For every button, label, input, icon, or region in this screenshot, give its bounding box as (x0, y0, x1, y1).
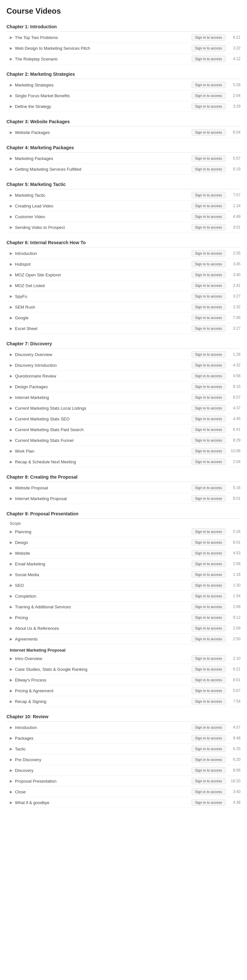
sign-in-button[interactable]: Sign in to access (192, 756, 226, 763)
play-icon: ▶ (10, 406, 12, 410)
sign-in-button[interactable]: Sign in to access (192, 550, 226, 556)
video-duration: 1:28 (229, 352, 241, 357)
sign-in-button[interactable]: Sign in to access (192, 383, 226, 390)
sign-in-button[interactable]: Sign in to access (192, 746, 226, 752)
video-title: Planning (15, 529, 192, 534)
sign-in-button[interactable]: Sign in to access (192, 614, 226, 621)
sign-in-button[interactable]: Sign in to access (192, 437, 226, 444)
sign-in-button[interactable]: Sign in to access (192, 677, 226, 683)
sign-in-button[interactable]: Sign in to access (192, 293, 226, 299)
sign-in-button[interactable]: Sign in to access (192, 560, 226, 567)
sign-in-button[interactable]: Sign in to access (192, 129, 226, 135)
video-row: ▶MOZ Open Site ExplorerSign in to access… (6, 270, 241, 280)
video-duration: 4:38 (229, 800, 241, 805)
sign-in-button[interactable]: Sign in to access (192, 458, 226, 465)
play-icon: ▶ (10, 352, 12, 357)
sign-in-button[interactable]: Sign in to access (192, 767, 226, 773)
sign-in-button[interactable]: Sign in to access (192, 687, 226, 694)
sign-in-button[interactable]: Sign in to access (192, 325, 226, 332)
play-icon: ▶ (10, 678, 12, 682)
video-duration: 3:01 (229, 225, 241, 229)
sign-in-button[interactable]: Sign in to access (192, 778, 226, 784)
sign-in-button[interactable]: Sign in to access (192, 261, 226, 267)
video-title: Google (15, 315, 192, 320)
sign-in-button[interactable]: Sign in to access (192, 735, 226, 741)
sign-in-button[interactable]: Sign in to access (192, 224, 226, 231)
video-title: Marketing Strategies (15, 83, 192, 88)
video-row: ▶SEOSign in to access1:30 (6, 580, 241, 591)
video-title: What if & goodbye (15, 800, 192, 805)
sign-in-button[interactable]: Sign in to access (192, 625, 226, 632)
sign-in-button[interactable]: Sign in to access (192, 362, 226, 368)
sign-in-button[interactable]: Sign in to access (192, 192, 226, 198)
sign-in-button[interactable]: Sign in to access (192, 250, 226, 256)
sign-in-button[interactable]: Sign in to access (192, 103, 226, 110)
video-row: ▶PlanningSign in to access5:16 (6, 527, 241, 537)
video-duration: 8:01 (229, 496, 241, 501)
sign-in-button[interactable]: Sign in to access (192, 415, 226, 422)
sign-in-button[interactable]: Sign in to access (192, 45, 226, 51)
video-title: Discovery Overview (15, 352, 192, 357)
video-duration: 4:12 (229, 57, 241, 61)
sign-in-button[interactable]: Sign in to access (192, 799, 226, 806)
sign-in-button[interactable]: Sign in to access (192, 166, 226, 172)
play-icon: ▶ (10, 83, 12, 87)
sign-in-button[interactable]: Sign in to access (192, 448, 226, 454)
chapter-title: Chapter 9: Proposal Presentation (6, 509, 241, 519)
sign-in-button[interactable]: Sign in to access (192, 394, 226, 401)
sign-in-button[interactable]: Sign in to access (192, 539, 226, 546)
video-title: Current Marketing Stats Paid Search (15, 427, 192, 432)
sign-in-button[interactable]: Sign in to access (192, 666, 226, 672)
sign-in-button[interactable]: Sign in to access (192, 698, 226, 705)
play-icon: ▶ (10, 779, 12, 783)
sign-in-button[interactable]: Sign in to access (192, 405, 226, 411)
sign-in-button[interactable]: Sign in to access (192, 202, 226, 209)
sign-in-button[interactable]: Sign in to access (192, 282, 226, 289)
video-row: ▶Marketing StrategiesSign in to access5:… (6, 80, 241, 91)
video-title: Tactic (15, 746, 192, 751)
sign-in-button[interactable]: Sign in to access (192, 304, 226, 310)
sign-in-button[interactable]: Sign in to access (192, 655, 226, 662)
sign-in-button[interactable]: Sign in to access (192, 272, 226, 278)
sign-in-button[interactable]: Sign in to access (192, 426, 226, 433)
video-row: ▶Marketing TacticSign in to access7:57 (6, 190, 241, 200)
chapter-title: Chapter 2: Marketing Strategies (6, 69, 241, 79)
video-row: ▶Discovery IntroductionSign in to access… (6, 360, 241, 371)
sign-in-button[interactable]: Sign in to access (192, 155, 226, 162)
chapter-block: Chapter 3: Website Packages▶Website Pack… (6, 116, 241, 138)
sign-in-button[interactable]: Sign in to access (192, 582, 226, 589)
sign-in-button[interactable]: Sign in to access (192, 484, 226, 491)
sign-in-button[interactable]: Sign in to access (192, 351, 226, 358)
video-duration: 4:32 (229, 363, 241, 368)
sign-in-button[interactable]: Sign in to access (192, 571, 226, 578)
sign-in-button[interactable]: Sign in to access (192, 528, 226, 535)
video-row: ▶Work PlanSign in to access10:06 (6, 446, 241, 457)
sign-in-button[interactable]: Sign in to access (192, 34, 226, 41)
video-row: ▶Social MediaSign in to access1:18 (6, 570, 241, 580)
sign-in-button[interactable]: Sign in to access (192, 724, 226, 730)
play-icon: ▶ (10, 747, 12, 751)
sign-in-button[interactable]: Sign in to access (192, 593, 226, 599)
play-icon: ▶ (10, 283, 12, 288)
play-icon: ▶ (10, 657, 12, 661)
video-duration: 6:21 (229, 35, 241, 40)
video-row: ▶Current Marketing Stats FunnelSign in t… (6, 435, 241, 446)
video-row: ▶Ellway's ProcessSign in to access8:01 (6, 675, 241, 686)
play-icon: ▶ (10, 385, 12, 389)
video-duration: 6:20 (229, 757, 241, 762)
video-row: ▶Current Marketing Stats Paid SearchSign… (6, 424, 241, 435)
play-icon: ▶ (10, 530, 12, 534)
video-duration: 2:41 (229, 283, 241, 288)
sign-in-button[interactable]: Sign in to access (192, 82, 226, 88)
sign-in-button[interactable]: Sign in to access (192, 314, 226, 321)
sign-in-button[interactable]: Sign in to access (192, 213, 226, 220)
sign-in-button[interactable]: Sign in to access (192, 92, 226, 99)
sign-in-button[interactable]: Sign in to access (192, 636, 226, 642)
sign-in-button[interactable]: Sign in to access (192, 372, 226, 379)
video-row: ▶Recap & SigningSign in to access7:54 (6, 696, 241, 707)
sign-in-button[interactable]: Sign in to access (192, 789, 226, 795)
sign-in-button[interactable]: Sign in to access (192, 495, 226, 502)
sign-in-button[interactable]: Sign in to access (192, 603, 226, 610)
video-duration: 8:01 (229, 540, 241, 545)
sign-in-button[interactable]: Sign in to access (192, 56, 226, 62)
